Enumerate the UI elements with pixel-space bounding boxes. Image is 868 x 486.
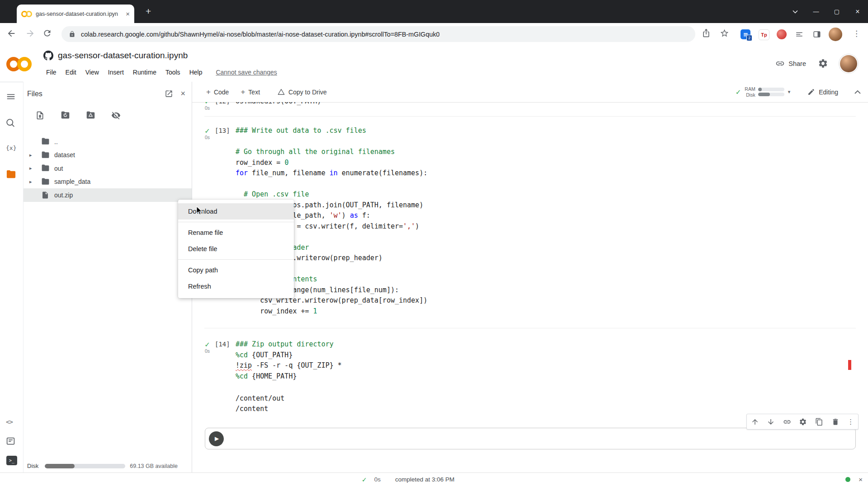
pencil-icon	[807, 88, 815, 96]
cell-code-editor[interactable]: os.makedirs(OUT_PATH)	[236, 102, 856, 111]
refresh-files-icon[interactable]	[61, 111, 70, 120]
tab-close-icon[interactable]: ×	[126, 10, 130, 18]
cell-runtime: 0s	[200, 348, 215, 354]
editing-mode-button[interactable]: Editing	[807, 88, 838, 96]
bookmark-star-icon[interactable]	[720, 28, 731, 39]
extension-icon-blue[interactable]: 2	[741, 29, 750, 39]
hidden-files-eye-icon[interactable]	[111, 111, 121, 120]
files-folder-icon[interactable]	[6, 169, 17, 180]
cell-code-editor[interactable]: ### Zip output directory%cd {OUT_PATH}!z…	[236, 339, 856, 382]
link-to-cell-icon[interactable]	[783, 418, 791, 426]
extension-badge: 2	[746, 35, 752, 41]
context-menu-refresh[interactable]: Refresh	[178, 278, 294, 294]
browser-tab[interactable]: gas-sensor-dataset-curation.ipyn ×	[17, 5, 134, 23]
code-cell-13[interactable]: ✓0s[13]### Write out data to .csv files …	[200, 117, 856, 328]
add-text-button[interactable]: + Text	[241, 89, 260, 96]
command-palette-icon[interactable]	[6, 436, 17, 447]
empty-code-cell[interactable]: ▶	[205, 428, 856, 449]
move-cell-up-icon[interactable]	[751, 418, 759, 426]
copy-to-drive-button[interactable]: Copy to Drive	[277, 88, 327, 96]
browser-profile-avatar[interactable]	[829, 28, 842, 41]
context-menu-copy-path[interactable]: Copy path	[178, 262, 294, 278]
cell-execution-count[interactable]: [14]	[215, 339, 236, 382]
cell-output: /content/out/content	[236, 393, 856, 414]
menu-file[interactable]: File	[42, 67, 61, 78]
url-text[interactable]: colab.research.google.com/github/ShawnHy…	[81, 31, 439, 38]
menu-tools[interactable]: Tools	[161, 67, 185, 78]
menu-edit[interactable]: Edit	[61, 67, 81, 78]
context-menu-delete-file[interactable]: Delete file	[178, 241, 294, 257]
ram-label: RAM	[745, 86, 755, 92]
cell-code-editor[interactable]: ### Write out data to .csv files # Go th…	[236, 126, 856, 317]
cell-more-kebab-icon[interactable]: ⋮	[847, 418, 854, 426]
context-menu-rename-file[interactable]: Rename file	[178, 224, 294, 241]
collapse-header-chevron-icon[interactable]	[854, 90, 861, 94]
tree-item-out[interactable]: ▸ out	[24, 162, 192, 175]
context-menu-download[interactable]: Download	[178, 203, 294, 220]
expand-chevron-icon[interactable]: ▸	[29, 165, 37, 171]
window-close-button[interactable]: ×	[847, 8, 868, 16]
side-panel-icon[interactable]	[812, 29, 822, 39]
menu-help[interactable]: Help	[185, 67, 207, 78]
add-code-button[interactable]: + Code	[206, 89, 229, 96]
terminal-button[interactable]: >_	[6, 456, 17, 465]
settings-gear-icon[interactable]	[818, 58, 828, 69]
menu-runtime[interactable]: Runtime	[128, 67, 161, 78]
disk-available-text: 69.13 GB available	[130, 463, 178, 469]
upload-file-icon[interactable]	[35, 111, 45, 120]
mouse-cursor	[196, 206, 203, 215]
tree-item-parent-dir[interactable]: ..	[24, 135, 192, 149]
reload-icon[interactable]	[42, 28, 53, 39]
window-minimize-button[interactable]: —	[806, 8, 826, 15]
close-panel-icon[interactable]: ×	[180, 89, 185, 98]
share-page-icon[interactable]	[702, 28, 712, 39]
resources-dropdown-chevron-icon[interactable]: ▾	[788, 89, 791, 95]
tree-item-dataset[interactable]: ▸ dataset	[24, 149, 192, 162]
resource-usage-bars[interactable]	[758, 86, 784, 98]
run-cell-button[interactable]: ▶	[209, 431, 224, 446]
extension-icon-red[interactable]	[777, 29, 787, 39]
mirror-cell-icon[interactable]	[815, 418, 823, 426]
expand-chevron-icon[interactable]: ▸	[29, 179, 37, 185]
mount-drive-icon[interactable]	[86, 111, 95, 120]
tab-search-chevron-icon[interactable]	[785, 10, 806, 14]
popout-panel-icon[interactable]	[165, 89, 173, 98]
tree-item-out-zip[interactable]: out.zip	[24, 188, 192, 202]
forward-icon[interactable]	[24, 28, 35, 39]
browser-menu-kebab-icon[interactable]: ⋮	[853, 29, 860, 38]
cell-execution-count[interactable]: [12]	[215, 102, 236, 111]
lock-icon[interactable]	[69, 31, 75, 37]
save-status-link[interactable]: Cannot save changes	[216, 69, 277, 76]
github-icon[interactable]	[43, 51, 53, 61]
code-snippets-icon[interactable]: <>	[6, 418, 17, 429]
menu-insert[interactable]: Insert	[104, 67, 128, 78]
cell-run-success-icon: ✓	[200, 341, 215, 348]
notebook-title[interactable]: gas-sensor-dataset-curation.ipynb	[58, 51, 188, 61]
folder-icon	[41, 151, 50, 159]
colab-header: gas-sensor-dataset-curation.ipynb File E…	[0, 45, 868, 82]
colab-profile-avatar[interactable]	[840, 55, 857, 72]
expand-chevron-icon[interactable]: ▸	[29, 152, 37, 158]
table-of-contents-icon[interactable]	[6, 92, 17, 103]
code-cell-12[interactable]: ✓0s[12]os.makedirs(OUT_PATH)	[200, 102, 856, 117]
tree-item-sample-data[interactable]: ▸ sample_data	[24, 175, 192, 189]
extension-icon-tp[interactable]: Tp	[759, 29, 769, 40]
move-cell-down-icon[interactable]	[767, 418, 775, 426]
disk-usage-label: Disk	[27, 463, 38, 469]
menu-view[interactable]: View	[81, 67, 104, 78]
back-icon[interactable]	[6, 28, 17, 39]
variables-icon[interactable]: {x}	[6, 145, 17, 155]
dismiss-status-icon[interactable]: ×	[859, 476, 863, 483]
cell-settings-gear-icon[interactable]	[799, 418, 807, 426]
search-icon[interactable]	[6, 118, 17, 129]
colab-logo[interactable]	[6, 57, 32, 71]
address-bar[interactable]: colab.research.google.com/github/ShawnHy…	[61, 26, 695, 42]
new-tab-button[interactable]: +	[146, 6, 151, 16]
window-maximize-button[interactable]: ▢	[826, 8, 847, 15]
delete-cell-icon[interactable]	[831, 418, 840, 426]
disk-usage-bar	[758, 93, 784, 96]
share-button[interactable]: Share	[775, 59, 806, 68]
files-panel: Files ×	[24, 82, 192, 473]
extension-icon-lines[interactable]	[794, 29, 804, 39]
code-cell-14[interactable]: ✓0s[14]### Zip output directory%cd {OUT_…	[200, 328, 856, 414]
